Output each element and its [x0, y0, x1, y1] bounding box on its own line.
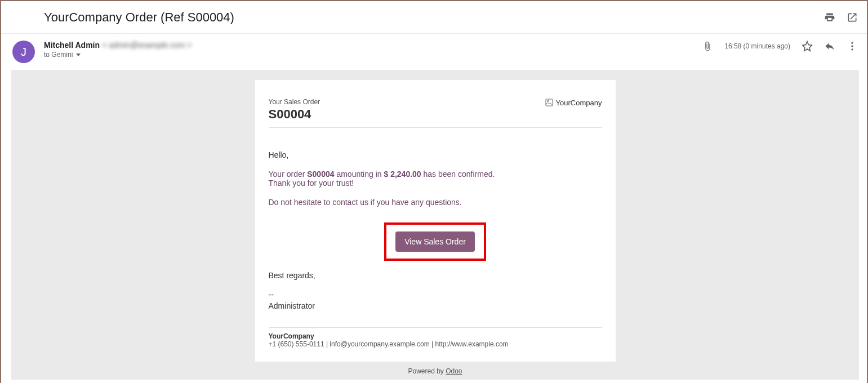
sender-name: Mitchell Admin — [44, 41, 100, 50]
attachment-icon[interactable] — [702, 41, 713, 52]
sender-email: < admin@example.com > — [102, 41, 192, 50]
email-card: Your Sales Order S00004 YourCompany Hell… — [255, 80, 616, 362]
view-sales-order-button[interactable]: View Sales Order — [395, 231, 475, 252]
timestamp: 16:58 (0 minutes ago) — [724, 42, 790, 50]
print-icon[interactable] — [824, 12, 835, 23]
footer-company: YourCompany — [269, 332, 602, 340]
odoo-link[interactable]: Odoo — [446, 367, 462, 375]
chevron-down-icon — [76, 54, 81, 56]
order-number: S00004 — [269, 107, 321, 122]
to-line-text: to Gemini — [44, 51, 73, 59]
signer: Administrator — [269, 301, 602, 310]
more-icon[interactable] — [847, 41, 858, 52]
reply-icon[interactable] — [824, 41, 835, 52]
svg-point-1 — [851, 45, 853, 47]
svg-rect-3 — [546, 99, 553, 106]
powered-by: Powered by Odoo — [11, 367, 859, 375]
annotation-box: View Sales Order — [384, 222, 486, 261]
sender-avatar[interactable]: J — [12, 41, 35, 63]
recipient-dropdown[interactable]: to Gemini — [44, 51, 702, 59]
open-new-window-icon[interactable] — [847, 12, 858, 23]
svg-point-2 — [851, 48, 853, 50]
signature-dashes: -- — [269, 290, 602, 299]
logo-alt-text: YourCompany — [556, 99, 602, 107]
svg-point-4 — [547, 100, 549, 101]
svg-point-0 — [851, 42, 853, 44]
order-label: Your Sales Order — [269, 98, 321, 106]
email-body-area: Your Sales Order S00004 YourCompany Hell… — [11, 70, 859, 380]
confirmation-text: Your order S00004 amounting in $ 2,240.0… — [269, 170, 602, 188]
company-logo-broken: YourCompany — [545, 98, 602, 107]
star-icon[interactable] — [802, 41, 813, 52]
contact-note: Do not hesitate to contact us if you hav… — [269, 198, 602, 207]
email-subject: YourCompany Order (Ref S00004) — [44, 10, 824, 25]
footer-contact: +1 (650) 555-0111 | info@yourcompany.exa… — [269, 340, 602, 348]
regards: Best regards, — [269, 271, 602, 280]
greeting: Hello, — [269, 150, 602, 159]
